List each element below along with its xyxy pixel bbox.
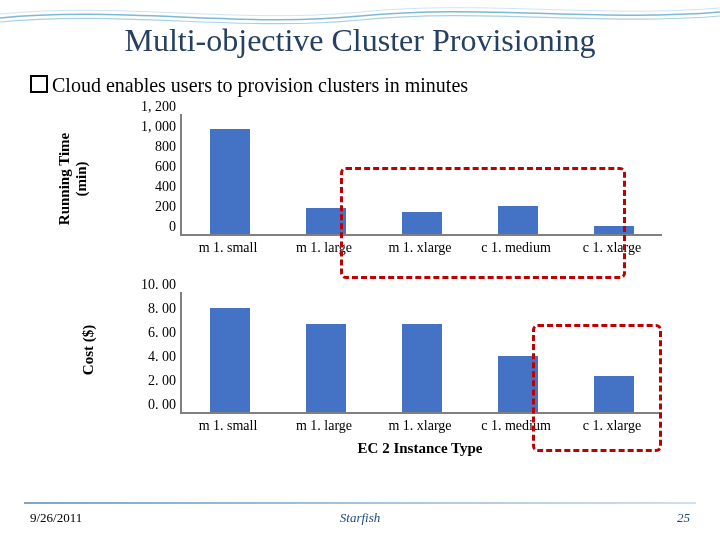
slide-title: Multi-objective Cluster Provisioning	[0, 22, 720, 59]
category-label: m 1. small	[180, 418, 276, 434]
ytick: 2. 00	[148, 374, 176, 388]
category-label: m 1. xlarge	[372, 418, 468, 434]
bullet-line: Cloud enables users to provision cluster…	[30, 74, 468, 97]
ytick: 10. 00	[141, 278, 176, 292]
ytick: 200	[155, 200, 176, 214]
ytick: 0	[169, 220, 176, 234]
chart1-ylabel: Running Time(min)	[56, 104, 90, 254]
ytick: 1, 200	[141, 100, 176, 114]
ytick: 6. 00	[148, 326, 176, 340]
bullet-text: Cloud enables users to provision cluster…	[52, 74, 468, 96]
highlight-box-bottom	[532, 324, 662, 452]
highlight-box-top	[340, 167, 626, 279]
bullet-square-icon	[30, 75, 48, 93]
ytick: 8. 00	[148, 302, 176, 316]
ytick: 800	[155, 140, 176, 154]
chart2-ylabel: Cost ($)	[80, 300, 97, 400]
category-label: m 1. small	[180, 240, 276, 256]
ytick: 4. 00	[148, 350, 176, 364]
footer-page-number: 25	[677, 510, 690, 526]
ytick: 400	[155, 180, 176, 194]
ytick: 0. 00	[148, 398, 176, 412]
bar	[306, 324, 346, 412]
ytick: 600	[155, 160, 176, 174]
ytick: 1, 000	[141, 120, 176, 134]
chart2-yticks: 10. 008. 006. 004. 002. 000. 00	[120, 285, 176, 413]
bar	[402, 324, 442, 412]
chart1-yticks: 1, 2001, 0008006004002000	[120, 107, 176, 235]
category-label: m 1. large	[276, 418, 372, 434]
bar	[210, 308, 250, 412]
footer-center: Starfish	[0, 510, 720, 526]
footer-divider	[24, 502, 696, 504]
bar	[210, 129, 250, 234]
